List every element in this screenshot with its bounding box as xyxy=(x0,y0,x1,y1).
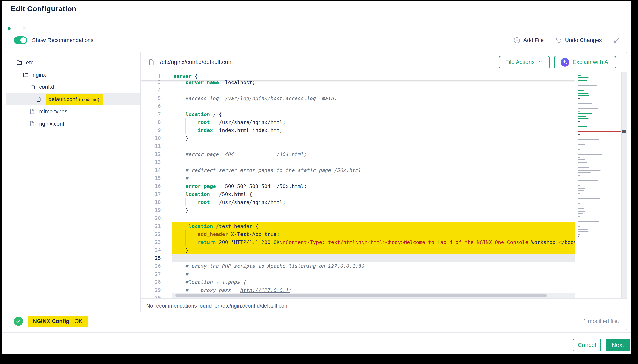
code-line[interactable]: 6 xyxy=(141,102,575,110)
check-icon xyxy=(14,316,23,326)
expand-button[interactable] xyxy=(613,37,620,44)
cancel-button[interactable]: Cancel xyxy=(573,339,601,351)
code-line[interactable]: 12 #error_page 404 /404.html; xyxy=(141,150,575,158)
edit-configuration-dialog: Edit Configuration Show Recommendations … xyxy=(2,1,631,354)
tree-item-nginx-conf[interactable]: nginx.conf xyxy=(6,118,140,130)
wizard-stepper xyxy=(8,27,26,30)
code-text: # xyxy=(172,174,575,182)
code-line[interactable]: 5 #access_log /var/log/nginx/host.access… xyxy=(141,94,575,102)
folder-icon xyxy=(23,72,29,78)
file-tree: etcnginxconf.ddefault.conf(modified)mime… xyxy=(6,52,141,313)
minimap-line xyxy=(578,162,587,163)
line-number: 27 xyxy=(141,270,172,278)
code-line[interactable]: 28 #location ~ \.php$ { xyxy=(141,278,575,286)
code-line[interactable]: 16 error_page 500 502 503 504 /50x.html; xyxy=(141,182,575,190)
tree-item-etc[interactable]: etc xyxy=(6,56,140,69)
minimap-line xyxy=(578,234,580,235)
minimap-line xyxy=(578,157,580,158)
minimap-line xyxy=(578,144,585,145)
code-line[interactable]: 25 xyxy=(141,254,575,262)
code-line[interactable]: 24 } xyxy=(141,246,575,254)
code-text: #error_page 404 /404.html; xyxy=(172,150,575,158)
file-icon xyxy=(148,59,155,66)
title-divider xyxy=(2,18,631,18)
horizontal-scrollbar[interactable] xyxy=(172,293,575,298)
code-line[interactable]: 13 xyxy=(141,158,575,166)
status-bar: NGINX Config OK 1 modified file. xyxy=(6,312,627,330)
line-number: 29 xyxy=(141,286,172,294)
code-line[interactable]: 7 location / { xyxy=(141,110,575,118)
vertical-scrollbar-thumb[interactable] xyxy=(622,130,626,133)
add-file-label: Add File xyxy=(523,37,543,44)
expand-icon xyxy=(613,37,620,44)
minimap-line xyxy=(578,116,586,117)
minimap-line xyxy=(578,118,589,119)
tree-item-mime-types[interactable]: mime.types xyxy=(6,106,140,118)
code-line[interactable]: 11 xyxy=(141,142,575,150)
explain-with-ai-button[interactable]: Explain with AI xyxy=(554,56,616,68)
step-2-dot xyxy=(23,27,26,30)
tree-item-label: mime.types xyxy=(39,108,67,115)
horizontal-scrollbar-thumb[interactable] xyxy=(175,294,547,298)
minimap-line xyxy=(578,226,580,227)
code-line[interactable]: 23 return 200 'HTTP/1.1 200 OK\nContent-… xyxy=(141,238,575,246)
code-line[interactable]: 21 location /test_header { xyxy=(141,222,575,230)
line-number: 7 xyxy=(141,110,172,118)
step-1-active-dot xyxy=(8,27,11,30)
next-button[interactable]: Next xyxy=(606,339,630,351)
tree-item-conf-d[interactable]: conf.d xyxy=(6,81,140,93)
code-line[interactable]: 9 index index.html index.htm; xyxy=(141,126,575,134)
code-line[interactable]: 14 # redirect server error pages to the … xyxy=(141,166,575,174)
undo-icon xyxy=(555,37,562,44)
show-recommendations-toggle[interactable] xyxy=(14,36,27,44)
minimap-line xyxy=(578,208,584,209)
minimap-line xyxy=(578,200,589,201)
code-text xyxy=(172,214,575,222)
vertical-scrollbar[interactable] xyxy=(621,72,627,298)
nginx-config-status-badge: NGINX Config OK xyxy=(28,316,88,327)
minimap-line xyxy=(578,211,585,212)
code-line[interactable]: 27 # xyxy=(141,270,575,278)
code-line[interactable]: 10 } xyxy=(141,134,575,142)
code-line[interactable]: 17 location = /50x.html { xyxy=(141,190,575,198)
code-line[interactable]: 15 # xyxy=(141,174,575,182)
tree-item-default-conf[interactable]: default.conf(modified) xyxy=(6,93,140,106)
page-title: Edit Configuration xyxy=(11,5,77,13)
tree-item-nginx[interactable]: nginx xyxy=(6,69,140,81)
code-line[interactable]: 18 root /usr/share/nginx/html; xyxy=(141,198,575,206)
line-number: 11 xyxy=(141,142,172,150)
code-line[interactable]: 20 xyxy=(141,214,575,222)
code-text: #location ~ \.php$ { xyxy=(172,278,575,286)
minimap-line xyxy=(578,188,585,188)
file-actions-button[interactable]: File Actions xyxy=(499,56,550,68)
undo-changes-button[interactable]: Undo Changes xyxy=(555,37,602,44)
minimap-line xyxy=(578,190,584,191)
minimap-line xyxy=(578,180,598,181)
code-line[interactable]: 3 server_name localhost; xyxy=(141,80,575,86)
tree-item-label: default.conf(modified) xyxy=(46,94,103,105)
code-line[interactable]: 26 # proxy the PHP scripts to Apache lis… xyxy=(141,262,575,270)
minimap[interactable] xyxy=(578,75,621,239)
code-text: } xyxy=(172,134,575,142)
code-line[interactable]: 1server { xyxy=(141,72,575,80)
minimap-line xyxy=(578,111,580,112)
minimap-line xyxy=(578,121,580,122)
code-line[interactable]: 19 } xyxy=(141,206,575,214)
code-text: # xyxy=(172,270,575,278)
modified-files-summary: 1 modified file. xyxy=(583,318,619,324)
line-number: 3 xyxy=(141,80,172,86)
code-text xyxy=(172,86,575,94)
minimap-line xyxy=(578,93,589,94)
code-line[interactable]: 8 root /usr/share/nginx/html; xyxy=(141,118,575,126)
code-line[interactable]: 22 add_header X-Test-App true; xyxy=(141,230,575,238)
minimap-line xyxy=(578,131,620,132)
add-file-button[interactable]: Add File xyxy=(513,37,543,44)
code-line[interactable]: 4 xyxy=(141,86,575,94)
minimap-line xyxy=(578,214,583,214)
code-text: location = /50x.html { xyxy=(172,190,575,198)
minimap-line xyxy=(578,103,592,104)
show-recommendations-row: Show Recommendations xyxy=(14,36,94,44)
minimap-line xyxy=(578,75,581,76)
minimap-line xyxy=(578,170,601,170)
code-editor[interactable]: 1server {3 server_name localhost;45 #acc… xyxy=(141,72,575,298)
